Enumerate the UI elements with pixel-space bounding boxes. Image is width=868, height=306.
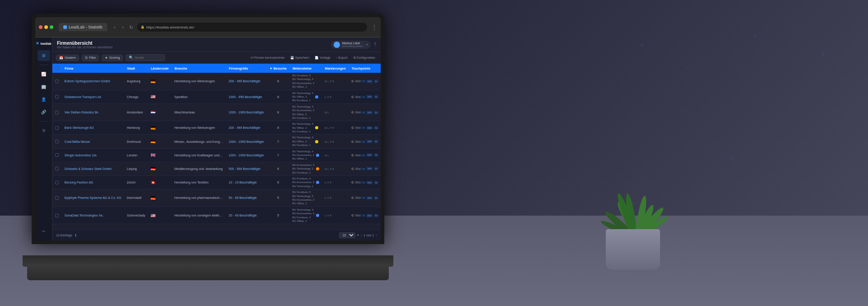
browser-tab[interactable]: LeadLab - Statistik — [59, 23, 107, 31]
table-row[interactable]: SonaData Technologies Inc. Schenectady 🇺… — [52, 207, 381, 224]
col-markierungen[interactable]: Markierungen — [322, 64, 349, 73]
scoring-button[interactable]: ★ Scoring — [102, 55, 123, 61]
row-company[interactable]: Schwartz & Schwarz Stahl GmbH — [62, 162, 124, 175]
address-bar[interactable]: 🔒 https://leadlab.wiredminds.de/ — [137, 23, 367, 32]
row-company[interactable]: Epiphyte Pharma Systeme AG & Co. KG — [62, 189, 124, 207]
360-badge: 360 — [366, 153, 373, 157]
row-company[interactable]: SonaData Technologies Inc. — [62, 207, 124, 224]
col-checkbox — [52, 64, 62, 73]
close-button[interactable] — [39, 25, 42, 29]
vorlage-button[interactable]: 📄 Vorlage — [313, 55, 332, 61]
row-company[interactable]: Stinger Automotive Ltd. — [62, 148, 124, 162]
select-all-checkbox[interactable] — [55, 66, 59, 70]
row-bu-info: BU Furniture, 5BU Technology, 5BU Access… — [290, 189, 322, 207]
minimize-button[interactable] — [44, 25, 48, 29]
help-button[interactable]: ? — [373, 42, 376, 47]
refresh-button[interactable]: ↻ — [128, 24, 134, 30]
sidebar-item-tools[interactable]: ✂ — [38, 226, 50, 237]
speichern-button[interactable]: 💾 Speichern — [288, 55, 311, 61]
row-checkbox[interactable] — [52, 135, 62, 148]
col-stadt[interactable]: Stadt — [124, 64, 148, 73]
table-row[interactable]: Benzing Fashion AG Zürich 🇨🇭 Herstellung… — [52, 175, 381, 189]
row-markers: SL — [322, 148, 349, 162]
row-company[interactable]: Benzing Fashion AG — [62, 175, 124, 189]
header-right: Markus Libel www.leading-wiredm... ▾ ? — [331, 41, 376, 49]
app-content: ✕ leadlab ⊞ 📈 🏢 👤 🔗 ⚙ ✂ — [35, 38, 381, 240]
sidebar-item-dashboard[interactable]: ⊞ — [38, 50, 50, 61]
col-besuche[interactable]: ▼ Besuche — [267, 64, 290, 73]
info-icon[interactable]: ℹ — [75, 233, 76, 237]
per-page-select[interactable]: 10 25 50 — [339, 232, 355, 238]
table-row[interactable]: Epiphyte Pharma Systeme AG & Co. KG Darm… — [52, 189, 381, 207]
row-checkbox[interactable] — [52, 121, 62, 135]
row-company[interactable]: Exform Spritzgussformen GmbH — [62, 73, 124, 90]
sidebar-item-einstellungen[interactable]: ⚙ — [38, 125, 50, 136]
export-button[interactable]: ↑ Export — [334, 55, 349, 60]
row-checkbox[interactable] — [52, 189, 62, 207]
sidebar-item-firmen[interactable]: 🏢 — [38, 81, 50, 92]
col-touchpoints[interactable]: Touchpoints — [349, 64, 381, 73]
table-row[interactable]: Exform Spritzgussformen GmbH Augsburg 🇩🇪… — [52, 73, 381, 90]
linkedin-icon: in — [362, 95, 365, 99]
konfiguration-button[interactable]: ⚙ Konfiguration — [351, 55, 377, 61]
row-company[interactable]: CreaTaMia Messe — [62, 135, 124, 148]
ssl-lock-icon: 🔒 — [141, 25, 145, 29]
table-row[interactable]: Schwartz & Schwarz Stahl GmbH Leipzig 🇩🇪… — [52, 162, 381, 175]
row-flag: 🇺🇸 — [148, 90, 172, 104]
companies-table: Firma Stadt Ländercode Branche Firmengrö… — [52, 64, 381, 224]
table-row[interactable]: CreaTaMia Messe Dortmund 🇩🇪 Messe-, Auss… — [52, 135, 381, 148]
back-button[interactable]: ‹ — [112, 24, 118, 30]
logo-text: leadlab — [40, 42, 51, 45]
sidebar-item-kontakte[interactable]: 👤 — [38, 94, 50, 105]
col-branche[interactable]: Branche — [172, 64, 226, 73]
row-checkbox[interactable] — [52, 148, 62, 162]
browser-menu-icon[interactable]: ⋮ — [372, 24, 377, 30]
pagination: 10 25 50 ▾ ‹ 1 von 1 › — [339, 232, 377, 238]
row-touchpoints: G Wot in 360 AI — [349, 148, 381, 162]
maximize-button[interactable] — [50, 25, 53, 29]
row-checkbox[interactable] — [52, 73, 62, 90]
svg-line-11 — [687, 36, 755, 68]
user-chevron-icon: ▾ — [366, 43, 368, 47]
row-checkbox[interactable] — [52, 175, 62, 189]
col-laendercode[interactable]: Ländercode — [148, 64, 172, 73]
row-checkbox[interactable] — [52, 162, 62, 175]
page-subtitle: Wir haben für Sie 10 Firmen identifizier… — [57, 46, 113, 49]
forward-button[interactable]: › — [120, 24, 126, 30]
row-checkbox[interactable] — [52, 104, 62, 121]
google-icon: G — [351, 126, 354, 129]
sidebar-divider-1 — [39, 65, 48, 65]
table-row[interactable]: Stinger Automotive Ltd. London 🇬🇧 Herste… — [52, 148, 381, 162]
logo: ✕ leadlab — [36, 41, 51, 46]
svg-line-15 — [732, 136, 845, 158]
search-input[interactable] — [135, 56, 162, 59]
row-company[interactable]: Van Delben Robotics Bv — [62, 104, 124, 121]
table-row[interactable]: Van Delben Robotics Bv Amsterdam 🇳🇱 Masc… — [52, 104, 381, 121]
date-filter-button[interactable]: 📅 Gestern — [56, 55, 79, 61]
search-box[interactable]: 🔍 — [126, 54, 165, 61]
col-meilensteine[interactable]: Meilensteine — [290, 64, 322, 73]
table-row[interactable]: Globalmove Transport Ltd. Chicago 🇺🇸 Spe… — [52, 90, 381, 104]
wot-icon: Wot — [355, 196, 361, 199]
row-checkbox[interactable] — [52, 90, 62, 104]
prev-page-button[interactable]: ‹ — [361, 233, 362, 237]
row-checkbox[interactable] — [52, 207, 62, 224]
search-icon: 🔍 — [129, 56, 133, 60]
col-firma[interactable]: Firma — [62, 64, 124, 73]
row-company[interactable]: Globalmove Transport Ltd. — [62, 90, 124, 104]
row-visits: 6 — [267, 162, 290, 175]
next-page-button[interactable]: › — [376, 233, 377, 237]
firmen-kennzeichnen-button[interactable]: 🏷 Firmen kennzeichnen — [249, 55, 287, 60]
row-flag: 🇨🇭 — [148, 175, 172, 189]
sidebar-item-integrationen[interactable]: 🔗 — [38, 107, 50, 118]
row-visits: 6 — [267, 175, 290, 189]
col-firmengroesse[interactable]: Firmengröße — [226, 64, 267, 73]
table-row[interactable]: Bartz Werkzeuge AG Hamburg 🇩🇪 Herstellun… — [52, 121, 381, 135]
sidebar-item-statistik[interactable]: 📈 — [38, 69, 50, 80]
row-visits: 7 — [267, 148, 290, 162]
row-company[interactable]: Bartz Werkzeuge AG — [62, 121, 124, 135]
plant-decoration — [588, 134, 678, 270]
filter-button[interactable]: ⊟ Filter — [82, 55, 99, 61]
row-markers: SLYF — [322, 162, 349, 175]
user-badge[interactable]: Markus Libel www.leading-wiredm... ▾ — [331, 41, 371, 49]
